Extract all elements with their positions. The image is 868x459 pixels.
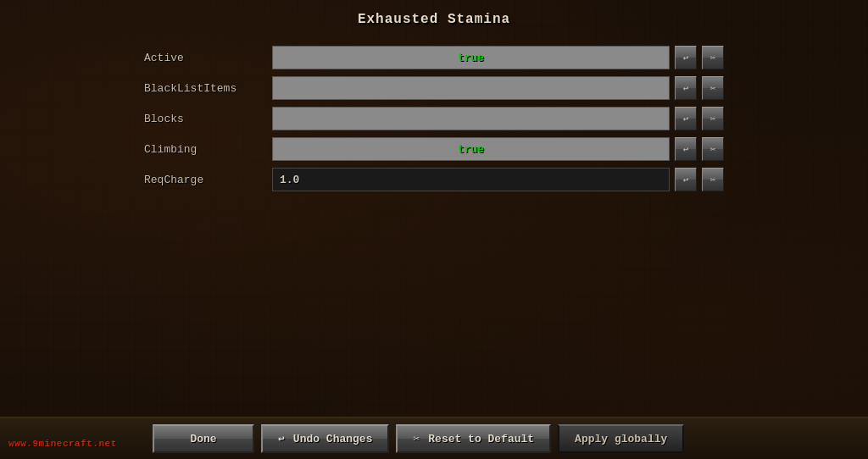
setting-value-active: true [458, 52, 484, 64]
setting-row-climbing: Climbingtrue↩✂ [144, 135, 724, 163]
reset-field-button-active[interactable]: ↩ [675, 46, 697, 69]
page-title: Exhausted Stamina [0, 0, 868, 36]
reset-field-button-climbing[interactable]: ↩ [675, 137, 697, 161]
scissors-field-button-reqcharge[interactable]: ✂ [702, 168, 724, 191]
setting-label-blacklistitems: BlackListItems [144, 82, 267, 95]
setting-control-climbing[interactable]: true [272, 137, 670, 161]
setting-label-reqcharge: ReqCharge [144, 174, 267, 186]
scissors-field-button-climbing[interactable]: ✂ [702, 137, 724, 161]
setting-control-blocks[interactable] [272, 107, 670, 130]
undo-button[interactable]: Undo Changes [261, 424, 389, 453]
setting-control-reqcharge[interactable]: 1.0 [272, 168, 670, 191]
setting-row-blacklistitems: BlackListItems↩✂ [144, 75, 724, 102]
bottom-bar: www.9minecraft.net Done Undo Changes Res… [0, 417, 868, 459]
setting-control-active[interactable]: true [272, 46, 670, 69]
reset-field-button-reqcharge[interactable]: ↩ [675, 168, 697, 191]
setting-control-blacklistitems[interactable] [272, 76, 670, 100]
reset-button[interactable]: Reset to Default [396, 424, 551, 453]
reset-label: Reset to Default [428, 433, 534, 445]
scissors-field-button-active[interactable]: ✂ [702, 46, 724, 69]
scissors-icon [413, 432, 423, 445]
done-button[interactable]: Done [153, 424, 254, 453]
setting-value-reqcharge: 1.0 [280, 174, 299, 186]
reset-field-button-blocks[interactable]: ↩ [675, 107, 697, 130]
setting-label-climbing: Climbing [144, 143, 267, 156]
setting-label-active: Active [144, 52, 267, 64]
watermark: www.9minecraft.net [8, 439, 117, 449]
setting-row-reqcharge: ReqCharge1.0↩✂ [144, 166, 724, 193]
scissors-field-button-blacklistitems[interactable]: ✂ [702, 76, 724, 100]
setting-row-active: Activetrue↩✂ [144, 44, 724, 71]
undo-icon [278, 432, 288, 445]
settings-area: Activetrue↩✂BlackListItems↩✂Blocks↩✂Clim… [0, 36, 868, 202]
reset-field-button-blacklistitems[interactable]: ↩ [675, 76, 697, 100]
setting-row-blocks: Blocks↩✂ [144, 105, 724, 132]
scissors-field-button-blocks[interactable]: ✂ [702, 107, 724, 130]
undo-label: Undo Changes [293, 433, 373, 445]
apply-globally-button[interactable]: Apply globally [558, 424, 684, 453]
setting-label-blocks: Blocks [144, 113, 267, 125]
setting-value-climbing: true [458, 143, 484, 156]
